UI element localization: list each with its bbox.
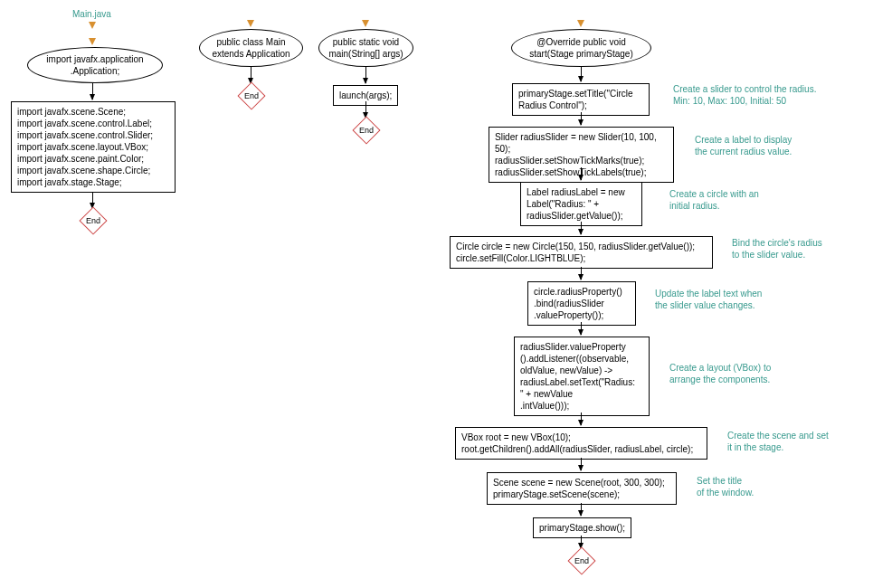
class-ellipse: public class Main extends Application: [199, 29, 303, 67]
annotation-0: Create a slider to control the radius. M…: [673, 83, 816, 107]
annotation-4: Update the label text when the slider va…: [655, 288, 762, 311]
annotation-1: Create a label to display the current ra…: [695, 134, 792, 157]
start-box-2: Label radiusLabel = new Label("Radius: "…: [520, 182, 642, 226]
connect-start-3: [581, 222, 582, 234]
connect-start-8: [581, 503, 582, 516]
end-text-2: End: [244, 91, 259, 100]
connect-main-1: [365, 67, 366, 83]
connect-start-7: [581, 458, 582, 470]
start-box-7: Scene scene = new Scene(root, 300, 300);…: [487, 472, 677, 505]
main-ellipse-text: public static void main(String[] args): [328, 36, 403, 60]
start-box-8: primaryStage.show();: [533, 517, 631, 538]
arrow-title: [89, 22, 96, 29]
connect-import-1: [92, 83, 93, 100]
arrow-import-top: [89, 38, 96, 45]
connect-start-6: [581, 413, 582, 425]
import-ellipse: import javafx.application .Application;: [27, 47, 163, 83]
arrow-class-top: [247, 20, 254, 27]
connect-start-2: [581, 167, 582, 180]
flowchart-container: Main.java import javafx.application .App…: [0, 0, 873, 588]
arrow-main-top: [362, 20, 369, 27]
connect-start-4: [581, 267, 582, 280]
connect-start-5: [581, 322, 582, 335]
annotation-5: Create a layout (VBox) to arrange the co…: [669, 362, 771, 385]
connect-start-1: [581, 112, 582, 125]
main-end: End: [354, 118, 379, 143]
import-ellipse-text: import javafx.application .Application;: [46, 53, 143, 77]
annotation-3: Bind the circle's radius to the slider v…: [732, 237, 822, 261]
main-ellipse: public static void main(String[] args): [318, 29, 413, 67]
start-box-4: circle.radiusProperty() .bind(radiusSlid…: [527, 281, 636, 326]
annotation-2: Create a circle with an initial radius.: [669, 188, 759, 212]
annotation-6: Create the scene and set it in the stage…: [727, 430, 829, 453]
import-box: import javafx.scene.Scene; import javafx…: [11, 101, 176, 193]
start-ellipse: @Override public void start(Stage primar…: [511, 29, 651, 67]
start-box-6: VBox root = new VBox(10); root.getChildr…: [455, 427, 707, 460]
end-text-4: End: [574, 556, 589, 565]
class-ellipse-text: public class Main extends Application: [212, 36, 289, 60]
start-box-3: Circle circle = new Circle(150, 150, rad…: [450, 236, 713, 269]
end-text-1: End: [86, 216, 100, 225]
import-end: End: [81, 208, 106, 233]
connect-start-0: [581, 67, 582, 81]
annotation-7: Set the title of the window.: [697, 475, 754, 498]
end-text-3: End: [359, 126, 374, 135]
start-end: End: [569, 548, 594, 574]
file-title: Main.java: [72, 9, 111, 19]
start-box-5: radiusSlider.valueProperty ().addListene…: [514, 337, 650, 416]
start-ellipse-text: @Override public void start(Stage primar…: [529, 36, 633, 60]
arrow-start-top: [577, 20, 584, 27]
start-box-0: primaryStage.setTitle("Circle Radius Con…: [512, 83, 650, 116]
class-end: End: [239, 83, 264, 109]
